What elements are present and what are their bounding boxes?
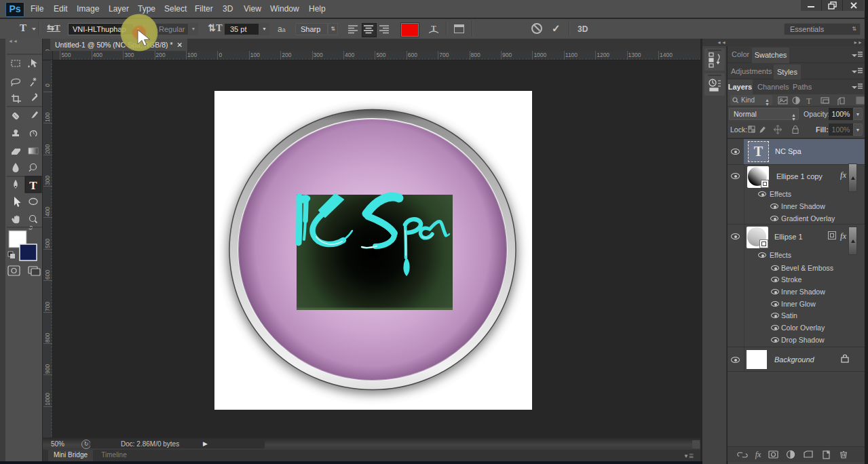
svg-text:T: T [431, 24, 436, 32]
